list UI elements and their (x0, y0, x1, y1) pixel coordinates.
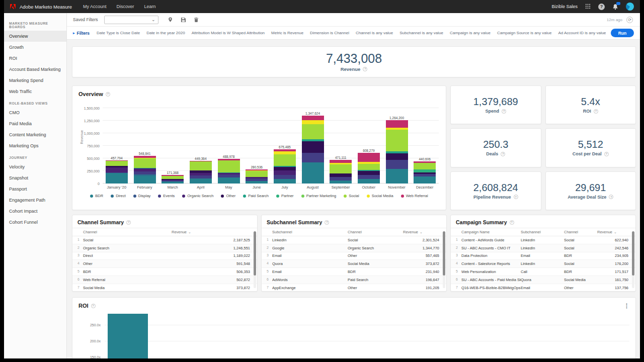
stacked-bar-january-20[interactable] (106, 160, 128, 184)
pin-icon[interactable] (168, 17, 173, 23)
save-icon[interactable] (181, 17, 186, 23)
table-row[interactable]: 3Direct1,189,022 (72, 252, 257, 260)
sidebar-item-marketing-spend[interactable]: Marketing Spend (4, 75, 66, 86)
filter-chip-date-in-the-year-2020[interactable]: Date in the year 2020 (146, 31, 185, 35)
table-row[interactable]: 6AdWordsPaid Search196,647 (262, 276, 446, 284)
table-row[interactable]: 4Content - Salesforce ReportsLinkedInSoc… (451, 260, 635, 268)
filter-chip-ad-account-id-is-any-value[interactable]: Ad Account ID is any value (558, 31, 606, 35)
filter-chip-campaign-source-is-any-value[interactable]: Campaign Source is any value (497, 31, 552, 35)
more-options-icon[interactable]: ⋮ (624, 303, 629, 308)
info-icon[interactable]: ? (325, 220, 329, 225)
sidebar-item-cohort-impact[interactable]: Cohort Impact (4, 206, 66, 217)
stacked-bar-april[interactable] (190, 161, 212, 184)
legend-item-direct[interactable]: Direct (111, 194, 126, 198)
table-row[interactable]: 1Content - AdWords GuideLinkedInSocial62… (451, 236, 635, 244)
nav-item-my-account[interactable]: My Account (83, 4, 107, 9)
column-header-revenue[interactable]: Revenue⌄ (597, 230, 628, 234)
sort-desc-icon[interactable]: ⌄ (420, 230, 423, 234)
table-row[interactable]: 2SU - ABC Accounts - CMO ITLinkedInSocia… (451, 244, 635, 252)
help-icon[interactable]: ? (598, 4, 605, 10)
filter-chip-metric-is-revenue[interactable]: Metric is Revenue (271, 31, 303, 35)
column-header-revenue[interactable]: Revenue⌄ (172, 230, 250, 234)
table-row[interactable]: 3EmailOther557,465 (262, 252, 446, 260)
legend-item-web-referral[interactable]: Web Referral (401, 194, 428, 198)
info-icon[interactable]: ? (604, 152, 609, 156)
sidebar-item-web-traffic[interactable]: Web Traffic (4, 86, 66, 97)
info-icon[interactable]: ? (502, 109, 506, 114)
legend-item-other[interactable]: Other (221, 194, 235, 198)
legend-item-display[interactable]: Display (133, 194, 151, 198)
sidebar-item-cohort-funnel[interactable]: Cohort Funnel (4, 217, 66, 228)
table-row[interactable]: 7Q16-WEB-PS-Bizible-B2BMktgOps-Promo/-D9… (451, 284, 635, 292)
sidebar-item-passport[interactable]: Passport (4, 184, 66, 195)
table-row[interactable]: 5EmailBDR231,940 (262, 268, 446, 276)
app-grid-icon[interactable] (585, 2, 591, 11)
legend-item-bdr[interactable]: BDR (90, 194, 103, 198)
table-row[interactable]: 7Social Media373,872 (72, 284, 257, 292)
table-row[interactable]: 2GoogleOrganic Search1,344,770 (262, 244, 446, 252)
filter-chip-subchannel-is-any-value[interactable]: Subchannel is any value (399, 31, 443, 35)
info-icon[interactable]: ? (609, 195, 613, 199)
info-icon[interactable]: ? (514, 195, 518, 199)
adobe-logo-icon[interactable] (10, 4, 16, 9)
sidebar-item-cmo[interactable]: CMO (4, 107, 66, 118)
table-row[interactable]: 6Web Referral502,872 (72, 276, 257, 284)
sort-desc-icon[interactable]: ⌄ (188, 230, 191, 234)
stacked-bar-june[interactable] (246, 169, 268, 184)
sidebar-item-overview[interactable]: Overview (4, 31, 66, 42)
legend-item-social-media[interactable]: Social Media (367, 194, 393, 198)
stacked-bar-february[interactable] (134, 156, 156, 184)
info-icon[interactable]: ? (510, 220, 514, 225)
sidebar-item-velocity[interactable]: Velocity (4, 161, 66, 172)
legend-item-paid-search[interactable]: Paid Search (243, 194, 269, 198)
sort-desc-icon[interactable]: ⌄ (614, 230, 617, 234)
legend-item-partner-marketing[interactable]: Partner Marketing (301, 194, 337, 198)
table-row[interactable]: 4QuoraSocial Media373,872 (262, 260, 446, 268)
info-icon[interactable]: ? (91, 304, 96, 308)
column-header-revenue[interactable]: Revenue⌄ (403, 230, 439, 234)
delete-icon[interactable] (194, 17, 199, 23)
nav-item-learn[interactable]: Learn (144, 4, 156, 9)
filters-toggle[interactable]: ▸ Filters (73, 31, 90, 36)
sidebar-item-content-marketing[interactable]: Content Marketing (4, 129, 66, 140)
filter-chip-channel-is-any-value[interactable]: Channel is any value (356, 31, 393, 35)
app-title[interactable]: Adobe Marketo Measure (20, 4, 72, 10)
table-row[interactable]: 6SU - ABC Accounts - Paid Media SkillsQu… (451, 276, 635, 284)
table-row[interactable]: 7AppExchangeOther191,205 (262, 284, 446, 292)
table-row[interactable]: 3Data ProtectionEmailBDR234,905 (451, 252, 635, 260)
legend-item-partner[interactable]: Partner (276, 194, 294, 198)
filter-chip-campaign-is-any-value[interactable]: Campaign is any value (450, 31, 491, 35)
table-scrollbar-thumb[interactable] (443, 231, 445, 276)
table-row[interactable]: 1Social2,187,525 (72, 236, 257, 244)
info-icon[interactable]: ? (106, 92, 110, 97)
legend-item-social[interactable]: Social (344, 194, 359, 198)
refresh-icon[interactable]: ⟳ (626, 17, 633, 23)
stacked-bar-november[interactable] (386, 120, 408, 184)
table-row[interactable]: 1LinkedInSocial2,301,524 (262, 236, 446, 244)
stacked-bar-august[interactable] (302, 116, 324, 184)
sidebar-item-roi[interactable]: ROI (4, 53, 66, 64)
legend-item-events[interactable]: Events (158, 194, 175, 198)
sidebar-item-paid-media[interactable]: Paid Media (4, 118, 66, 129)
table-row[interactable]: 5BDR506,353 (72, 268, 257, 276)
sidebar-item-snapshot[interactable]: Snapshot (4, 172, 66, 184)
info-icon[interactable]: ? (126, 220, 131, 225)
sidebar-item-engagement-path[interactable]: Engagement Path (4, 195, 66, 206)
table-row[interactable]: 5Web PersonalizationCallBDR171,517 (451, 268, 635, 276)
filter-chip-dimension-is-channel[interactable]: Dimension is Channel (310, 31, 349, 35)
account-switcher[interactable]: Bizible Sales (551, 4, 578, 9)
stacked-bar-july[interactable] (274, 149, 296, 184)
table-row[interactable]: 4Other591,548 (72, 260, 257, 268)
stacked-bar-may[interactable] (218, 159, 240, 184)
stacked-bar-october[interactable] (358, 153, 380, 184)
legend-item-organic-search[interactable]: Organic Search (182, 194, 213, 198)
run-button[interactable]: Run (611, 29, 634, 37)
stacked-bar-december[interactable] (414, 161, 436, 184)
table-row[interactable]: 2Organic Search1,246,551 (72, 244, 257, 252)
filter-chip-date-type-is-close-date[interactable]: Date Type is Close Date (97, 31, 140, 35)
sidebar-item-marketing-ops[interactable]: Marketing Ops (4, 140, 66, 151)
sidebar-item-growth[interactable]: Growth (4, 42, 66, 53)
info-icon[interactable]: ? (501, 152, 505, 156)
stacked-bar-september[interactable] (330, 160, 352, 184)
info-icon[interactable]: ? (594, 109, 598, 114)
